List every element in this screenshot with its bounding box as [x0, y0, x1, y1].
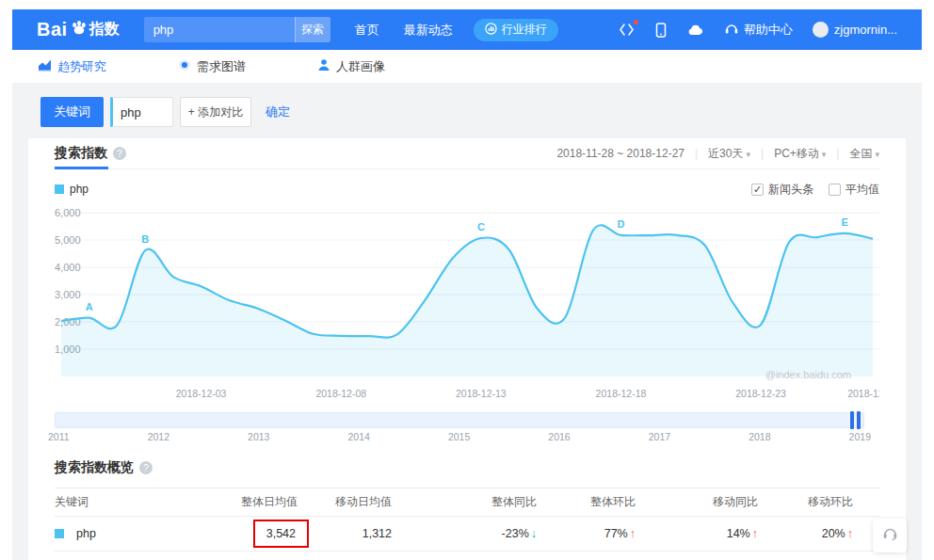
y-axis-label: 5,000 — [55, 234, 81, 246]
keyword-button[interactable]: 关键词 — [40, 97, 104, 127]
top-navbar: Bai 指数 探索 首页 最新动态 行业排行 — [12, 9, 922, 50]
person-icon — [317, 58, 330, 74]
y-axis-label: 6,000 — [55, 207, 81, 218]
up-arrow-icon: ↑ — [630, 527, 636, 540]
year-label: 2012 — [148, 431, 169, 442]
panel-header: 搜索指数 ? 2018-11-28 ~ 2018-12-27 | 近30天▾ |… — [55, 138, 879, 169]
date-range[interactable]: 2018-11-28 ~ 2018-12-27 — [556, 147, 684, 160]
help-question-icon[interactable]: ? — [113, 147, 126, 160]
news-marker-A[interactable]: A — [86, 301, 93, 312]
tab-label: 搜索指数 — [55, 145, 107, 162]
trend-chart[interactable]: 1,0002,0003,0004,0005,0006,000ABCDE2018-… — [55, 201, 879, 407]
user-avatar — [813, 22, 829, 38]
checkbox-checked-icon: ✓ — [751, 184, 764, 196]
metric-cell: 77%↑ — [563, 527, 662, 540]
nav-link-latest-news[interactable]: 最新动态 — [404, 22, 453, 39]
navbar-right-group: 帮助中心 zjgmornin... — [619, 22, 897, 39]
content-area: 关键词 + 添加对比 确定 搜索指数 ? 2018-11-28 ~ 2018-1… — [12, 83, 922, 560]
nav-link-home[interactable]: 首页 — [355, 22, 379, 39]
navbar-search-box: 探索 — [144, 17, 330, 42]
industry-ranking-button[interactable]: 行业排行 — [474, 19, 558, 41]
username: zjgmornin... — [834, 23, 897, 37]
subnav-label: 需求图谱 — [197, 58, 246, 75]
up-arrow-icon: ↑ — [847, 527, 853, 540]
column-header: 移动日均值 — [298, 494, 392, 510]
year-label: 2015 — [448, 431, 470, 442]
average-checkbox[interactable]: 平均值 — [829, 182, 879, 198]
year-label: 2019 — [849, 431, 871, 442]
subnav-demand-graph[interactable]: 需求图谱 — [178, 58, 246, 75]
column-header: 关键词 — [55, 494, 224, 510]
trend-chart-icon — [38, 58, 52, 74]
overview-table: 关键词整体日均值移动日均值整体同比整体环比移动同比移动环比 php3,5421,… — [55, 488, 879, 552]
news-marker-B[interactable]: B — [141, 233, 149, 245]
year-label: 2016 — [548, 431, 570, 442]
x-axis-label: 2018-12-18 — [596, 388, 647, 399]
checkbox-unchecked-icon — [829, 184, 841, 196]
confirm-link[interactable]: 确定 — [266, 104, 290, 120]
chevron-down-icon: ▾ — [875, 150, 879, 159]
logo-text-zhishu: 指数 — [89, 20, 120, 40]
x-axis-label: 2018-12-03 — [176, 388, 227, 399]
metric-value: 20% — [822, 527, 845, 540]
subnav-audience-profile[interactable]: 人群画像 — [317, 58, 385, 75]
tab-search-index[interactable]: 搜索指数 — [55, 138, 107, 168]
headset-icon — [724, 22, 739, 39]
year-label: 2013 — [248, 431, 269, 442]
table-header-row: 关键词整体日均值移动日均值整体同比整体环比移动同比移动环比 — [55, 488, 879, 517]
customer-service-button[interactable] — [873, 519, 907, 552]
search-index-panel: 搜索指数 ? 2018-11-28 ~ 2018-12-27 | 近30天▾ |… — [28, 138, 906, 560]
column-header: 移动环比 — [784, 494, 879, 510]
baidu-index-logo[interactable]: Bai 指数 — [37, 19, 120, 40]
watermark: @index.baidu.com — [765, 369, 851, 380]
series-color-swatch — [55, 184, 64, 194]
time-range-select[interactable]: 近30天▾ — [708, 146, 750, 162]
year-label: 2014 — [348, 431, 370, 442]
subnav-trend-research[interactable]: 趋势研究 — [38, 58, 106, 75]
secondary-nav: 趋势研究 需求图谱 人群画像 — [12, 50, 922, 83]
help-center-label: 帮助中心 — [744, 22, 793, 39]
subnav-label: 人群画像 — [336, 58, 385, 75]
series-color-swatch — [55, 529, 64, 538]
table-body: php3,5421,312-23%↓77%↑14%↑20%↑ — [55, 517, 879, 552]
x-axis-label: 2018-12-23 — [735, 388, 786, 399]
news-marker-D[interactable]: D — [618, 218, 625, 230]
search-button[interactable]: 探索 — [295, 17, 330, 42]
search-input[interactable] — [144, 17, 295, 42]
headset-icon — [881, 525, 899, 546]
metric-value: 77% — [604, 527, 628, 540]
region-select[interactable]: 全国▾ — [849, 146, 879, 162]
news-marker-C[interactable]: C — [477, 221, 485, 232]
device-select[interactable]: PC+移动▾ — [774, 146, 826, 162]
mobile-icon[interactable] — [654, 23, 668, 38]
divider: | — [761, 147, 764, 160]
x-axis-label: 2018-12-08 — [315, 388, 366, 399]
metric-cell: -23%↓ — [392, 527, 563, 540]
news-headlines-checkbox[interactable]: ✓新闻头条 — [751, 182, 813, 198]
overview-header: 搜索指数概览 ? — [55, 456, 879, 480]
chevron-down-icon: ▾ — [746, 150, 750, 159]
trend-chart-svg[interactable]: 1,0002,0003,0004,0005,0006,000ABCDE2018-… — [55, 201, 879, 403]
column-header: 整体环比 — [563, 494, 662, 510]
table-row: php3,5421,312-23%↓77%↑14%↑20%↑ — [55, 517, 879, 552]
metric-value: 3,542 — [266, 527, 296, 540]
column-header: 移动同比 — [662, 494, 784, 510]
cloud-icon[interactable] — [687, 24, 704, 37]
slider-handle-right[interactable] — [857, 411, 861, 429]
divider: | — [836, 147, 839, 160]
metric-cell: 20%↑ — [784, 527, 879, 540]
help-center[interactable]: 帮助中心 — [724, 22, 793, 39]
metric-value: 1,312 — [362, 527, 392, 540]
x-axis-label: 2018-12-27 — [847, 388, 879, 399]
news-marker-E[interactable]: E — [842, 216, 848, 228]
keyword-input[interactable] — [110, 97, 173, 127]
legend-row: php ✓新闻头条 平均值 — [55, 181, 879, 198]
timeline-slider[interactable] — [55, 412, 864, 428]
code-brackets-icon[interactable] — [619, 23, 635, 37]
user-account[interactable]: zjgmornin... — [813, 22, 897, 38]
subnav-label: 趋势研究 — [57, 58, 106, 75]
add-compare-button[interactable]: + 添加对比 — [180, 97, 251, 127]
keyword-text: php — [76, 527, 96, 540]
slider-handle-left[interactable] — [850, 411, 854, 429]
help-question-icon[interactable]: ? — [139, 461, 153, 474]
